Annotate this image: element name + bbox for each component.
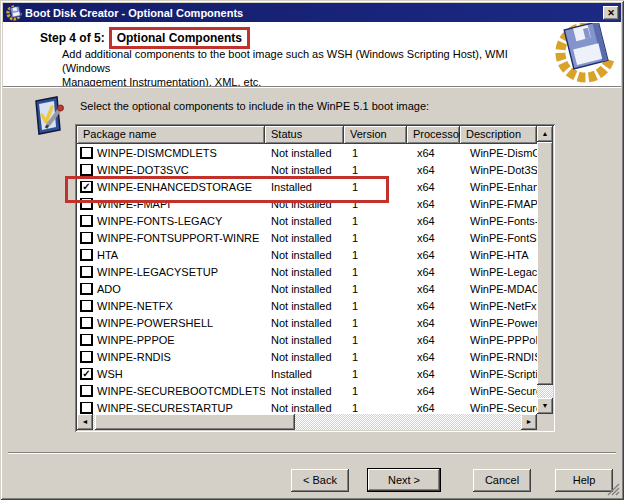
- description-cell: WinPE-Secure: [460, 385, 537, 397]
- column-header-package-name[interactable]: Package name: [77, 126, 265, 144]
- table-row[interactable]: WINPE-SECUREBOOTCMDLETSNot installed1x64…: [77, 382, 537, 399]
- listview-header: Package name Status Version Processor De…: [77, 126, 537, 144]
- status-cell: Not installed: [265, 266, 344, 278]
- checkbox-icon[interactable]: [81, 385, 92, 396]
- app-floppy-icon[interactable]: [6, 5, 22, 21]
- resize-grip[interactable]: [607, 483, 620, 496]
- processor-cell: x64: [407, 266, 460, 278]
- checkbox-icon[interactable]: [81, 300, 92, 311]
- description-cell: WinPE-RNDIS: [460, 351, 537, 363]
- package-cell: WINPE-NETFX: [77, 300, 265, 312]
- status-cell: Not installed: [265, 317, 344, 329]
- table-row[interactable]: WINPE-DISMCMDLETSNot installed1x64WinPE-…: [77, 144, 537, 161]
- table-row[interactable]: WINPE-FMAPINot installed1x64WinPE-FMAPI: [77, 195, 537, 212]
- table-row[interactable]: WINPE-FONTS-LEGACYNot installed1x64WinPE…: [77, 212, 537, 229]
- processor-cell: x64: [407, 300, 460, 312]
- table-row[interactable]: WINPE-RNDISNot installed1x64WinPE-RNDIS: [77, 348, 537, 365]
- checkbox-icon[interactable]: [81, 249, 92, 260]
- package-cell: WINPE-DOT3SVC: [77, 164, 265, 176]
- header-divider: [3, 86, 621, 88]
- table-row[interactable]: WINPE-FONTSUPPORT-WINRENot installed1x64…: [77, 229, 537, 246]
- scroll-down-icon[interactable]: ▼: [537, 398, 553, 414]
- dialog-window: Boot Disk Creator - Optional Components …: [0, 0, 624, 500]
- status-cell: Not installed: [265, 198, 344, 210]
- checkbox-icon[interactable]: [81, 283, 92, 294]
- checkbox-icon[interactable]: [81, 317, 92, 328]
- horizontal-scrollbar[interactable]: ◄ ►: [77, 414, 537, 430]
- package-cell: ✓WINPE-ENHANCEDSTORAGE: [77, 181, 265, 193]
- scroll-left-icon[interactable]: ◄: [77, 414, 93, 430]
- table-row[interactable]: WINPE-POWERSHELLNot installed1x64WinPE-P…: [77, 314, 537, 331]
- version-cell: 1: [344, 283, 407, 295]
- checkbox-icon[interactable]: [81, 215, 92, 226]
- checkbox-checked-icon[interactable]: ✓: [81, 368, 92, 379]
- back-button[interactable]: < Back: [291, 469, 349, 492]
- status-cell: Not installed: [265, 249, 344, 261]
- description-cell: WinPE-Fonts-L: [460, 215, 537, 227]
- checkbox-checked-icon[interactable]: ✓: [81, 181, 92, 192]
- next-button[interactable]: Next >: [367, 468, 441, 492]
- checkbox-icon[interactable]: [81, 402, 92, 413]
- package-cell: WINPE-PPPOE: [77, 334, 265, 346]
- processor-cell: x64: [407, 215, 460, 227]
- version-cell: 1: [344, 334, 407, 346]
- table-row[interactable]: WINPE-NETFXNot installed1x64WinPE-NetFx: [77, 297, 537, 314]
- description-cell: WinPE-Scriptin: [460, 368, 537, 380]
- checkbox-icon[interactable]: [81, 232, 92, 243]
- table-row[interactable]: HTANot installed1x64WinPE-HTA: [77, 246, 537, 263]
- table-row[interactable]: WINPE-DOT3SVCNot installed1x64WinPE-Dot3…: [77, 161, 537, 178]
- cancel-button[interactable]: Cancel: [473, 469, 531, 492]
- titlebar[interactable]: Boot Disk Creator - Optional Components …: [3, 3, 621, 22]
- table-row[interactable]: ✓WSHInstalled1x64WinPE-Scriptin: [77, 365, 537, 382]
- checklist-clipboard-icon: [31, 95, 65, 137]
- package-cell: ADO: [77, 283, 265, 295]
- processor-cell: x64: [407, 147, 460, 159]
- description-cell: WinPE-Enhan: [460, 181, 537, 193]
- checkbox-icon[interactable]: [81, 351, 92, 362]
- checkbox-icon[interactable]: [81, 147, 92, 158]
- description-cell: WinPE-Dot3Sv: [460, 164, 537, 176]
- close-icon[interactable]: ✕: [603, 6, 619, 20]
- status-cell: Not installed: [265, 164, 344, 176]
- package-cell: WINPE-FONTSUPPORT-WINRE: [77, 232, 265, 244]
- description-cell: WinPE-PowerS: [460, 317, 537, 329]
- package-cell: WINPE-DISMCMDLETS: [77, 147, 265, 159]
- version-cell: 1: [344, 147, 407, 159]
- version-cell: 1: [344, 215, 407, 227]
- package-cell: WINPE-RNDIS: [77, 351, 265, 363]
- package-cell: WINPE-FMAPI: [77, 198, 265, 210]
- status-cell: Installed: [265, 368, 344, 380]
- version-cell: 1: [344, 232, 407, 244]
- table-row[interactable]: ADONot installed1x64WinPE-MDAC: [77, 280, 537, 297]
- version-cell: 1: [344, 198, 407, 210]
- scroll-right-icon[interactable]: ►: [521, 414, 537, 430]
- checkbox-icon[interactable]: [81, 198, 92, 209]
- step-title: Optional Components: [117, 31, 242, 45]
- table-row[interactable]: WINPE-LEGACYSETUPNot installed1x64WinPE-…: [77, 263, 537, 280]
- package-cell: WINPE-LEGACYSETUP: [77, 266, 265, 278]
- package-cell: ✓WSH: [77, 368, 265, 380]
- package-cell: WINPE-POWERSHELL: [77, 317, 265, 329]
- vertical-scrollbar-thumb[interactable]: [537, 142, 553, 385]
- scroll-up-icon[interactable]: ▲: [537, 126, 553, 142]
- checkbox-icon[interactable]: [81, 334, 92, 345]
- table-row[interactable]: WINPE-PPPOENot installed1x64WinPE-PPPoE: [77, 331, 537, 348]
- table-row[interactable]: WINPE-SECURESTARTUPNot installed1x64WinP…: [77, 399, 537, 414]
- checkbox-icon[interactable]: [81, 164, 92, 175]
- checkbox-icon[interactable]: [81, 266, 92, 277]
- column-header-version[interactable]: Version: [344, 126, 407, 144]
- column-header-description[interactable]: Description: [460, 126, 537, 144]
- version-cell: 1: [344, 351, 407, 363]
- status-cell: Not installed: [265, 215, 344, 227]
- description-cell: WinPE-PPPoE: [460, 334, 537, 346]
- processor-cell: x64: [407, 164, 460, 176]
- column-header-status[interactable]: Status: [265, 126, 344, 144]
- table-row[interactable]: ✓WINPE-ENHANCEDSTORAGEInstalled1x64WinPE…: [77, 178, 537, 195]
- window-title: Boot Disk Creator - Optional Components: [25, 7, 603, 19]
- horizontal-scrollbar-thumb[interactable]: [95, 414, 295, 430]
- version-cell: 1: [344, 164, 407, 176]
- help-button[interactable]: Help: [555, 469, 613, 492]
- column-header-processor[interactable]: Processor: [407, 126, 460, 144]
- vertical-scrollbar[interactable]: ▲ ▼: [537, 126, 553, 414]
- step-description: Add additional components to the boot im…: [62, 47, 532, 89]
